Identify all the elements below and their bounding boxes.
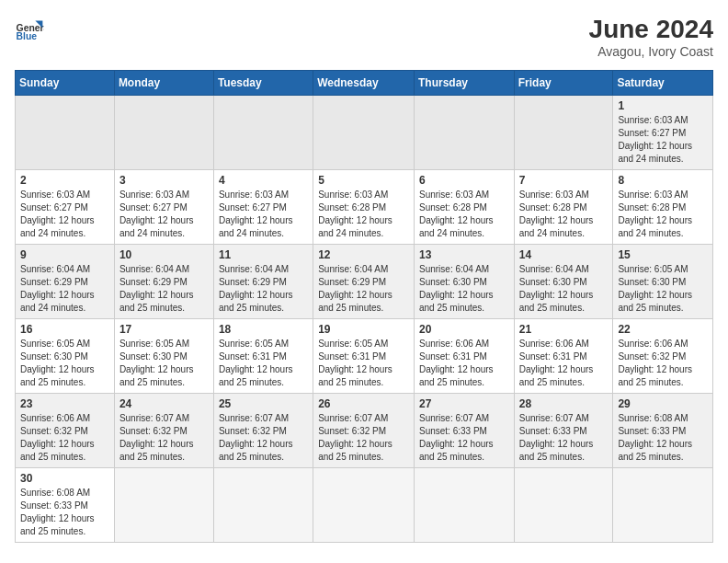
calendar-day-cell: 7Sunrise: 6:03 AM Sunset: 6:28 PM Daylig… [514,170,613,245]
day-number: 15 [618,248,708,261]
day-info: Sunrise: 6:07 AM Sunset: 6:32 PM Dayligh… [318,412,409,464]
calendar-day-cell: 24Sunrise: 6:07 AM Sunset: 6:32 PM Dayli… [114,394,213,468]
day-info: Sunrise: 6:07 AM Sunset: 6:33 PM Dayligh… [519,412,609,464]
calendar-week-row: 2Sunrise: 6:03 AM Sunset: 6:27 PM Daylig… [16,170,713,245]
calendar-day-cell [313,468,415,543]
calendar-day-cell: 19Sunrise: 6:05 AM Sunset: 6:31 PM Dayli… [313,319,415,394]
day-info: Sunrise: 6:05 AM Sunset: 6:30 PM Dayligh… [618,263,708,315]
calendar-header-saturday: Saturday [613,71,713,96]
calendar-day-cell: 18Sunrise: 6:05 AM Sunset: 6:31 PM Dayli… [213,319,313,394]
day-number: 7 [519,174,609,187]
calendar-day-cell [313,96,415,170]
day-number: 24 [119,397,209,410]
calendar-day-cell [213,468,313,543]
day-info: Sunrise: 6:04 AM Sunset: 6:30 PM Dayligh… [519,263,609,315]
day-number: 12 [318,248,409,261]
header: General Blue June 2024 Avagou, Ivory Coa… [15,15,713,59]
day-info: Sunrise: 6:03 AM Sunset: 6:27 PM Dayligh… [119,189,209,240]
day-number: 26 [318,397,409,410]
day-info: Sunrise: 6:08 AM Sunset: 6:33 PM Dayligh… [20,487,109,538]
day-number: 25 [219,397,308,410]
calendar-week-row: 30Sunrise: 6:08 AM Sunset: 6:33 PM Dayli… [16,468,713,543]
day-info: Sunrise: 6:07 AM Sunset: 6:33 PM Dayligh… [419,412,509,464]
calendar-location: Avagou, Ivory Coast [589,44,713,59]
calendar-header-wednesday: Wednesday [313,71,415,96]
day-number: 10 [119,248,209,261]
day-number: 5 [318,174,409,187]
calendar-day-cell: 21Sunrise: 6:06 AM Sunset: 6:31 PM Dayli… [514,319,613,394]
calendar-title: June 2024 [589,15,713,44]
day-number: 11 [219,248,308,261]
calendar-day-cell: 10Sunrise: 6:04 AM Sunset: 6:29 PM Dayli… [114,245,213,319]
day-number: 13 [419,248,509,261]
calendar-day-cell: 17Sunrise: 6:05 AM Sunset: 6:30 PM Dayli… [114,319,213,394]
day-info: Sunrise: 6:04 AM Sunset: 6:29 PM Dayligh… [318,263,409,315]
day-number: 30 [20,472,109,485]
calendar-day-cell: 14Sunrise: 6:04 AM Sunset: 6:30 PM Dayli… [514,245,613,319]
calendar-day-cell: 3Sunrise: 6:03 AM Sunset: 6:27 PM Daylig… [114,170,213,245]
calendar-day-cell: 9Sunrise: 6:04 AM Sunset: 6:29 PM Daylig… [16,245,115,319]
day-info: Sunrise: 6:03 AM Sunset: 6:27 PM Dayligh… [219,189,308,240]
calendar-header-friday: Friday [514,71,613,96]
day-number: 20 [419,323,509,336]
calendar-day-cell: 25Sunrise: 6:07 AM Sunset: 6:32 PM Dayli… [213,394,313,468]
day-info: Sunrise: 6:03 AM Sunset: 6:28 PM Dayligh… [318,189,409,240]
calendar-header-tuesday: Tuesday [213,71,313,96]
day-info: Sunrise: 6:03 AM Sunset: 6:28 PM Dayligh… [618,189,708,240]
calendar-day-cell: 23Sunrise: 6:06 AM Sunset: 6:32 PM Dayli… [16,394,115,468]
calendar-day-cell: 20Sunrise: 6:06 AM Sunset: 6:31 PM Dayli… [414,319,514,394]
calendar-day-cell [114,468,213,543]
calendar-header-row: SundayMondayTuesdayWednesdayThursdayFrid… [16,71,713,96]
day-number: 28 [519,397,609,410]
day-info: Sunrise: 6:06 AM Sunset: 6:31 PM Dayligh… [519,338,609,389]
calendar-day-cell: 22Sunrise: 6:06 AM Sunset: 6:32 PM Dayli… [613,319,713,394]
day-info: Sunrise: 6:04 AM Sunset: 6:29 PM Dayligh… [20,263,109,315]
day-number: 1 [618,99,708,112]
calendar-day-cell: 1Sunrise: 6:03 AM Sunset: 6:27 PM Daylig… [613,96,713,170]
calendar-day-cell: 28Sunrise: 6:07 AM Sunset: 6:33 PM Dayli… [514,394,613,468]
day-number: 22 [618,323,708,336]
day-info: Sunrise: 6:04 AM Sunset: 6:30 PM Dayligh… [419,263,509,315]
calendar-day-cell: 8Sunrise: 6:03 AM Sunset: 6:28 PM Daylig… [613,170,713,245]
title-area: June 2024 Avagou, Ivory Coast [589,15,713,59]
calendar-day-cell [514,468,613,543]
calendar-day-cell: 6Sunrise: 6:03 AM Sunset: 6:28 PM Daylig… [414,170,514,245]
calendar-week-row: 23Sunrise: 6:06 AM Sunset: 6:32 PM Dayli… [16,394,713,468]
calendar-week-row: 9Sunrise: 6:04 AM Sunset: 6:29 PM Daylig… [16,245,713,319]
calendar-day-cell: 16Sunrise: 6:05 AM Sunset: 6:30 PM Dayli… [16,319,115,394]
day-info: Sunrise: 6:05 AM Sunset: 6:30 PM Dayligh… [119,338,209,389]
calendar-day-cell: 12Sunrise: 6:04 AM Sunset: 6:29 PM Dayli… [313,245,415,319]
calendar-day-cell [414,96,514,170]
calendar-day-cell [213,96,313,170]
day-number: 14 [519,248,609,261]
day-info: Sunrise: 6:04 AM Sunset: 6:29 PM Dayligh… [119,263,209,315]
calendar-week-row: 1Sunrise: 6:03 AM Sunset: 6:27 PM Daylig… [16,96,713,170]
day-info: Sunrise: 6:03 AM Sunset: 6:28 PM Dayligh… [419,189,509,240]
calendar-header-thursday: Thursday [414,71,514,96]
day-info: Sunrise: 6:03 AM Sunset: 6:27 PM Dayligh… [20,189,109,240]
day-info: Sunrise: 6:06 AM Sunset: 6:32 PM Dayligh… [618,338,708,389]
day-info: Sunrise: 6:06 AM Sunset: 6:32 PM Dayligh… [20,412,109,464]
calendar-header-sunday: Sunday [16,71,115,96]
calendar-day-cell: 27Sunrise: 6:07 AM Sunset: 6:33 PM Dayli… [414,394,514,468]
day-number: 3 [119,174,209,187]
day-number: 16 [20,323,109,336]
day-number: 27 [419,397,509,410]
day-number: 4 [219,174,308,187]
calendar-day-cell: 2Sunrise: 6:03 AM Sunset: 6:27 PM Daylig… [16,170,115,245]
day-info: Sunrise: 6:06 AM Sunset: 6:31 PM Dayligh… [419,338,509,389]
calendar-day-cell: 29Sunrise: 6:08 AM Sunset: 6:33 PM Dayli… [613,394,713,468]
day-number: 2 [20,174,109,187]
calendar-week-row: 16Sunrise: 6:05 AM Sunset: 6:30 PM Dayli… [16,319,713,394]
calendar-day-cell [16,96,115,170]
calendar-day-cell: 11Sunrise: 6:04 AM Sunset: 6:29 PM Dayli… [213,245,313,319]
calendar-day-cell: 15Sunrise: 6:05 AM Sunset: 6:30 PM Dayli… [613,245,713,319]
calendar-day-cell: 4Sunrise: 6:03 AM Sunset: 6:27 PM Daylig… [213,170,313,245]
day-info: Sunrise: 6:05 AM Sunset: 6:30 PM Dayligh… [20,338,109,389]
day-number: 18 [219,323,308,336]
calendar-day-cell: 26Sunrise: 6:07 AM Sunset: 6:32 PM Dayli… [313,394,415,468]
day-info: Sunrise: 6:08 AM Sunset: 6:33 PM Dayligh… [618,412,708,464]
day-number: 8 [618,174,708,187]
day-number: 29 [618,397,708,410]
day-info: Sunrise: 6:05 AM Sunset: 6:31 PM Dayligh… [219,338,308,389]
